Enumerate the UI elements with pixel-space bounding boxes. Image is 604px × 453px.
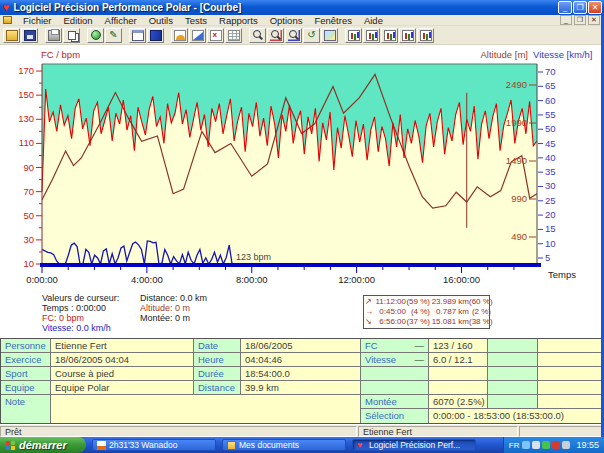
selection-dist: 23.989 km [430, 297, 469, 307]
title-bar[interactable]: ♥ Logiciel Précision Performance Polar -… [0, 0, 604, 15]
picture-icon [324, 30, 336, 41]
report-2-button[interactable] [363, 28, 380, 43]
table-cell-18-54-00-0[interactable]: 18:54:00.0 [241, 367, 360, 380]
menu-fichier[interactable]: Fichier [17, 15, 58, 26]
table-cell-18-06-2005[interactable]: 18/06/2005 [241, 339, 360, 352]
table-cell-empty[interactable] [429, 381, 487, 394]
zoom-icon [252, 30, 264, 41]
table-cell-empty[interactable] [538, 381, 603, 394]
table-cell-text: 6070 (2.5%) [433, 396, 485, 407]
table-cell-04-04-46[interactable]: 04:04:46 [241, 353, 360, 366]
table-cell-6-0-12-1[interactable]: 6.0 / 12.1 [429, 353, 487, 366]
table-cell-empty[interactable] [538, 339, 603, 352]
table-cell-6070-2-5-[interactable]: 6070 (2.5%) [429, 395, 487, 408]
edit-button[interactable] [105, 28, 122, 43]
table-cell-etienne-fert[interactable]: Etienne Fert [51, 339, 193, 352]
report-5-button[interactable] [417, 28, 434, 43]
curve-chart[interactable]: 1030507090110130150170249019901490990490… [0, 45, 604, 290]
zoom-in-icon [270, 30, 282, 41]
close-button[interactable]: ✕ [588, 1, 602, 14]
table-cell-empty [488, 339, 537, 352]
menu-fenêtres[interactable]: Fenêtres [308, 15, 358, 26]
minimize-button[interactable]: _ [558, 1, 572, 14]
print-button[interactable] [45, 28, 62, 43]
mdi-close-button[interactable]: ✕ [588, 15, 600, 25]
report-1-button[interactable] [345, 28, 362, 43]
tray-icon-emule[interactable] [552, 441, 560, 449]
table-cell-text: Sport [5, 367, 28, 380]
language-indicator[interactable]: FR [509, 441, 520, 450]
copy-button[interactable] [63, 28, 80, 43]
table-cell-empty[interactable] [538, 367, 603, 380]
tray-icon-display[interactable] [562, 441, 570, 449]
curve-view-button[interactable] [171, 28, 188, 43]
table-cell-text: Exercice [5, 353, 41, 366]
vitesse-tick-label: 20 [545, 209, 556, 220]
open-button[interactable] [3, 28, 20, 43]
task-button-2[interactable]: Mes documents [222, 439, 346, 451]
restore-button[interactable]: ❐ [573, 1, 587, 14]
menu-outils[interactable]: Outils [143, 15, 179, 26]
table-cell-text: Distance [198, 381, 235, 394]
table-cell-text: 6.0 / 12.1 [433, 354, 473, 365]
exercise-info-table: PersonneEtienne FertDate18/06/2005FC—123… [0, 338, 604, 424]
table-cell-empty[interactable] [538, 395, 603, 408]
table-cell-sport: Sport [1, 367, 50, 380]
tray-icon-network[interactable] [532, 441, 540, 449]
time-tick-label: 0:00:00 [26, 274, 58, 285]
menu-aide[interactable]: Aide [358, 15, 389, 26]
histogram-view-button[interactable] [189, 28, 206, 43]
table-cell-empty[interactable] [51, 395, 360, 423]
task-button-label: Logiciel Précision Perf... [369, 440, 460, 450]
task-button-3[interactable]: ♥Logiciel Précision Perf... [352, 439, 476, 451]
selection-time: 0:45:00 [374, 307, 406, 317]
menu-edition[interactable]: Edition [58, 15, 99, 26]
table-cell-text: 18/06/2005 04:04 [55, 354, 129, 365]
child-window-icon[interactable] [3, 16, 12, 24]
zoom-button[interactable] [249, 28, 266, 43]
menu-tests[interactable]: Tests [179, 15, 213, 26]
table-cell-course-pied[interactable]: Course à pied [51, 367, 193, 380]
picture-button[interactable] [321, 28, 338, 43]
report-3-button[interactable] [381, 28, 398, 43]
tray-icon-messenger[interactable] [522, 441, 530, 449]
table-cell-empty[interactable] [429, 367, 487, 380]
task-button-1[interactable]: 2h31'33 Wanadoo [92, 439, 216, 451]
selection-time: 11:12:00 [374, 297, 406, 307]
time-tick-label: 4:00:00 [131, 274, 163, 285]
calendar-button[interactable] [129, 28, 146, 43]
histogram-icon [192, 30, 204, 41]
tray-icon-antivirus[interactable] [542, 441, 550, 449]
table-cell-18-06-2005-04-04[interactable]: 18/06/2005 04:04 [51, 353, 193, 366]
fc-tick-label: 130 [18, 113, 34, 124]
grid-view-button[interactable] [225, 28, 242, 43]
zoom-reset-button[interactable] [303, 28, 320, 43]
report-icon [348, 30, 360, 41]
table-cell-empty[interactable] [538, 353, 603, 366]
menu-afficher[interactable]: Afficher [99, 15, 143, 26]
taskbar-clock[interactable]: 19:55 [576, 440, 599, 450]
table-cell-empty [361, 367, 428, 380]
table-cell-39-9-km[interactable]: 39.9 km [241, 381, 360, 394]
status-message: Prêt [0, 426, 357, 437]
zoom-out-button[interactable] [285, 28, 302, 43]
mdi-minimize-button[interactable]: _ [560, 15, 572, 25]
table-cell-123-160[interactable]: 123 / 160 [429, 339, 487, 352]
table-cell-equipe-polar[interactable]: Equipe Polar [51, 381, 193, 394]
menu-rapports[interactable]: Rapports [213, 15, 264, 26]
mdi-restore-button[interactable]: ❐ [574, 15, 586, 25]
test-view-button[interactable] [207, 28, 224, 43]
curve-chart-region: FC / bpm Altitude [m] Vitesse [km/h] 103… [0, 45, 604, 338]
cursor-montee: Montée: 0 m [140, 313, 207, 323]
average-fc-annotation: 123 bpm [236, 252, 271, 262]
vitesse-tick-label: 60 [545, 95, 556, 106]
diary-button[interactable] [147, 28, 164, 43]
zoom-in-button[interactable] [267, 28, 284, 43]
save-button[interactable] [21, 28, 38, 43]
menu-options[interactable]: Options [264, 15, 309, 26]
table-cell-text: Sélection [365, 409, 404, 423]
report-4-button[interactable] [399, 28, 416, 43]
table-cell-0-00-00-18-53-00-18-53-00-0-[interactable]: 0:00:00 - 18:53:00 (18:53:00.0) [429, 409, 603, 423]
start-button[interactable]: démarrer [0, 437, 86, 453]
exercise-button[interactable] [87, 28, 104, 43]
